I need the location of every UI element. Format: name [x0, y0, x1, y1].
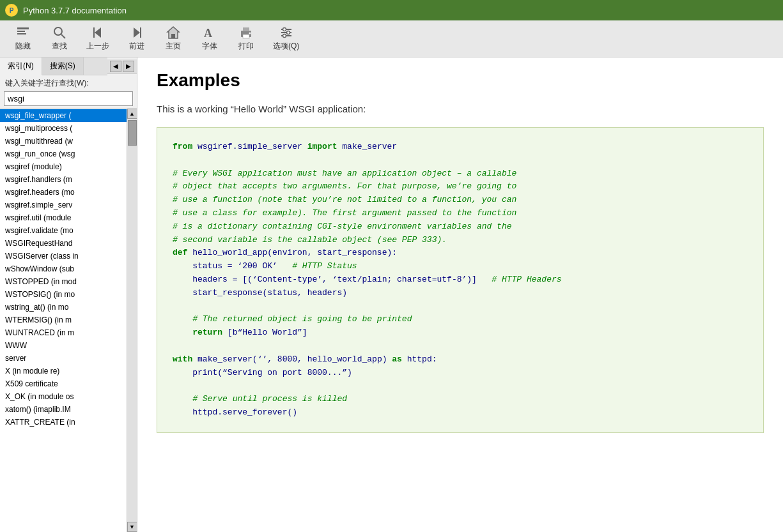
list-area: wsgi_file_wrapper (wsgi_multiprocess (ws…	[0, 109, 137, 532]
font-label: 字体	[202, 41, 217, 52]
list-item[interactable]: WSGIServer (class in	[0, 250, 127, 262]
code-line	[173, 154, 748, 167]
tab-search[interactable]: 搜索(S)	[42, 57, 84, 75]
left-panel: 索引(N) 搜索(S) ◀ ▶ 键入关键字进行查找(W): wsgi_file_…	[0, 57, 137, 532]
svg-rect-1	[17, 31, 25, 32]
search-input[interactable]	[4, 91, 133, 106]
code-line: # second variable is the callable object…	[173, 234, 748, 247]
code-line: # The returned object is going to be pri…	[173, 313, 748, 326]
scroll-thumb[interactable]	[128, 120, 137, 146]
list-container: wsgi_file_wrapper (wsgi_multiprocess (ws…	[0, 109, 127, 532]
list-item[interactable]: X_OK (in module os	[0, 390, 127, 403]
svg-rect-2	[17, 33, 26, 34]
main-layout: 索引(N) 搜索(S) ◀ ▶ 键入关键字进行查找(W): wsgi_file_…	[0, 57, 783, 532]
hide-icon	[15, 26, 31, 40]
list-item[interactable]: wsgiref.validate (mo	[0, 224, 127, 237]
nav-next-button[interactable]: ▶	[123, 61, 134, 72]
code-line: # Serve until process is killed	[173, 393, 748, 406]
scroll-down-arrow[interactable]: ▼	[127, 522, 137, 532]
list-item[interactable]: WSTOPSIG() (in mo	[0, 288, 127, 301]
back-icon	[90, 26, 105, 40]
find-label: 查找	[52, 41, 67, 52]
list-item[interactable]: server	[0, 352, 127, 365]
list-item[interactable]: wsgi_run_once (wsg	[0, 148, 127, 160]
list-item[interactable]: wsgiref.util (module	[0, 211, 127, 224]
home-label: 主页	[166, 41, 181, 52]
font-button[interactable]: A 字体	[192, 23, 227, 55]
scroll-up-arrow[interactable]: ▲	[127, 109, 137, 119]
list-item[interactable]: wsgiref (module)	[0, 160, 127, 173]
svg-rect-13	[243, 27, 249, 31]
nav-prev-button[interactable]: ◀	[110, 61, 121, 72]
code-line	[173, 340, 748, 353]
options-icon	[279, 26, 294, 40]
svg-rect-0	[17, 27, 29, 29]
list-item[interactable]: XATTR_CREATE (in	[0, 416, 127, 429]
svg-rect-6	[93, 27, 95, 38]
code-line: return [b“Hello World”]	[173, 326, 748, 340]
code-line	[173, 300, 748, 314]
svg-point-3	[54, 27, 62, 35]
print-button[interactable]: 打印	[228, 23, 263, 55]
list-item[interactable]: xatom() (imaplib.IM	[0, 403, 127, 416]
list-item[interactable]: WSGIRequestHand	[0, 237, 127, 250]
code-line: # Every WSGI application must have an ap…	[173, 167, 748, 181]
svg-point-15	[249, 33, 251, 34]
list-item[interactable]: X (in module re)	[0, 365, 127, 377]
font-icon: A	[202, 26, 217, 40]
home-button[interactable]: 主页	[155, 23, 190, 55]
code-line: start_response(status, headers)	[173, 287, 748, 300]
tab-index[interactable]: 索引(N)	[0, 57, 42, 75]
back-label: 上一步	[86, 41, 109, 52]
svg-point-21	[283, 34, 286, 38]
home-icon	[166, 26, 181, 40]
list-item[interactable]: WTERMSIG() (in m	[0, 314, 127, 326]
forward-label: 前进	[129, 41, 144, 52]
list-item[interactable]: X509 certificate	[0, 377, 127, 390]
code-line: headers = [(‘Content-type’, ‘text/plain;…	[173, 273, 748, 287]
list-item[interactable]: wsgiref.headers (mo	[0, 186, 127, 199]
svg-rect-10	[171, 34, 175, 38]
list-item[interactable]: WSTOPPED (in mod	[0, 275, 127, 288]
window-title: Python 3.7.7 documentation	[23, 6, 127, 15]
code-line: # is a dictionary containing CGI-style e…	[173, 220, 748, 234]
code-line: httpd.serve_forever()	[173, 406, 748, 420]
code-line: def hello_world_app(environ, start_respo…	[173, 247, 748, 260]
code-line: print(“Serving on port 8000...”)	[173, 367, 748, 380]
svg-point-19	[283, 28, 286, 31]
python-icon: P	[5, 4, 18, 17]
code-line	[173, 379, 748, 393]
options-button[interactable]: 选项(Q)	[265, 23, 307, 55]
list-item[interactable]: wsgiref.handlers (m	[0, 173, 127, 186]
list-item[interactable]: WUNTRACED (in m	[0, 326, 127, 339]
page-title: Examples	[157, 70, 764, 91]
hide-label: 隐藏	[15, 41, 31, 52]
svg-point-20	[286, 31, 290, 34]
print-label: 打印	[238, 41, 254, 52]
scrollbar[interactable]: ▲ ▼	[127, 109, 137, 532]
code-line: # use a function (note that you’re not l…	[173, 194, 748, 207]
list-item[interactable]: WWW	[0, 339, 127, 352]
options-label: 选项(Q)	[273, 41, 299, 52]
back-button[interactable]: 上一步	[78, 23, 118, 55]
code-line: # object that accepts two arguments. For…	[173, 180, 748, 194]
forward-button[interactable]: 前进	[119, 23, 154, 55]
find-icon	[52, 26, 67, 40]
tab-row: 索引(N) 搜索(S) ◀ ▶	[0, 57, 137, 75]
list-item[interactable]: wstring_at() (in mo	[0, 301, 127, 314]
toolbar: 隐藏 查找 上一步 前进	[0, 20, 783, 57]
title-bar: P Python 3.7.7 documentation	[0, 0, 783, 20]
svg-text:A: A	[204, 27, 212, 40]
list-item[interactable]: wsgi_multithread (w	[0, 135, 127, 148]
list-item[interactable]: wShowWindow (sub	[0, 262, 127, 275]
svg-marker-7	[134, 27, 140, 38]
svg-rect-8	[140, 27, 141, 38]
list-item[interactable]: wsgi_multiprocess (	[0, 122, 127, 135]
search-input-wrap	[0, 90, 137, 109]
hide-button[interactable]: 隐藏	[5, 23, 40, 55]
list-item[interactable]: wsgiref.simple_serv	[0, 199, 127, 211]
find-button[interactable]: 查找	[42, 23, 77, 55]
list-item[interactable]: wsgi_file_wrapper (	[0, 109, 127, 122]
tab-bar: 索引(N) 搜索(S)	[0, 57, 107, 75]
search-label: 键入关键字进行查找(W):	[0, 75, 137, 90]
